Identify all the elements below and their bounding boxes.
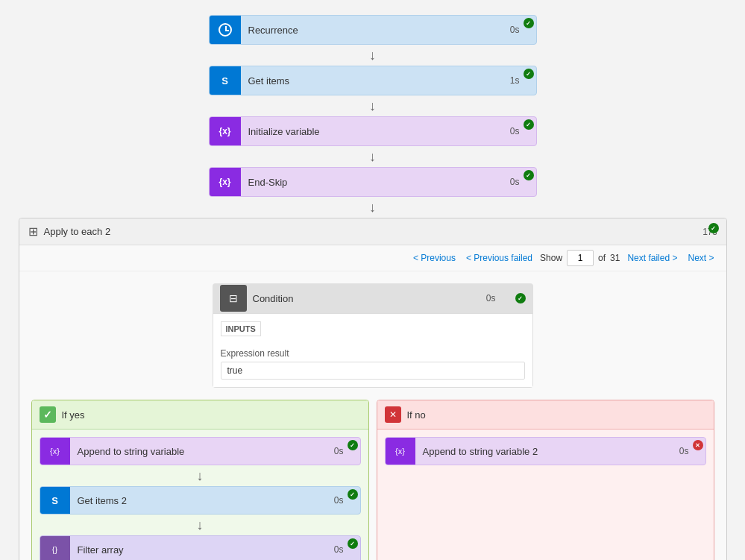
branch-yes: ✓ If yes {x} Append to string variable 0… — [31, 400, 369, 560]
append-icon: {x} — [50, 447, 60, 456]
recurrence-label: Recurrence — [241, 25, 510, 36]
condition-icon: ⊟ — [229, 292, 238, 304]
arrow-yes-2: ↓ — [197, 515, 204, 535]
of-label: of — [598, 253, 606, 263]
init-var-success — [524, 119, 534, 130]
condition-block[interactable]: ⊟ Condition 0s INPUTS Expression result … — [213, 283, 533, 388]
condition-success — [515, 293, 526, 303]
arrow-3: ↓ — [369, 146, 376, 167]
expr-value: true — [221, 362, 525, 380]
append-2-label: Append to string variable 2 — [415, 446, 679, 457]
init-var-icon-box: {x} — [210, 116, 241, 146]
recurrence-success — [524, 18, 534, 28]
previous-button[interactable]: < Previous — [410, 251, 459, 265]
end-skip-success — [524, 170, 534, 180]
arrow-1: ↓ — [369, 45, 376, 66]
step-init-var[interactable]: {x} Initialize variable 0s — [209, 116, 537, 146]
recurrence-icon-box — [210, 15, 241, 45]
sharepoint-icon-2: S — [51, 495, 58, 506]
sharepoint-icon: S — [221, 75, 228, 86]
if-yes-label: If yes — [62, 409, 85, 421]
no-icon: ✕ — [385, 406, 401, 423]
show-label: Show — [540, 253, 562, 263]
end-skip-icon-box: {x} — [210, 167, 241, 197]
branch-yes-header: ✓ If yes — [32, 400, 368, 430]
init-var-label: Initialize variable — [241, 126, 510, 137]
var-icon: {x} — [219, 126, 230, 136]
apply-label: Apply to each 2 — [44, 226, 111, 237]
step-append-str[interactable]: {x} Append to string variable 0s — [40, 437, 361, 465]
filter-icon: {} — [52, 545, 57, 554]
get-items-2-label: Get items 2 — [70, 495, 334, 506]
arrow-2: ↓ — [369, 95, 376, 116]
arrow-4: ↓ — [369, 197, 376, 218]
condition-body: INPUTS Expression result true — [213, 313, 533, 388]
apply-grid-icon: ⊞ — [28, 224, 38, 239]
next-button[interactable]: Next > — [685, 251, 717, 265]
get-items-2-icon-box: S — [40, 486, 70, 515]
get-items-2-success — [348, 489, 358, 500]
step-end-skip[interactable]: {x} End-Skip 0s — [209, 167, 537, 197]
get-items-icon-box: S — [210, 66, 241, 95]
branch-no: ✕ If no {x} Append to string variable 2 … — [377, 400, 714, 560]
iteration-input[interactable] — [567, 250, 594, 266]
branch-yes-content: {x} Append to string variable 0s ↓ S Get… — [32, 430, 368, 560]
end-skip-label: End-Skip — [241, 177, 510, 188]
step-get-items[interactable]: S Get items 1s — [209, 66, 537, 95]
condition-area: ⊟ Condition 0s INPUTS Expression result … — [19, 271, 726, 400]
flow-canvas: Recurrence 0s ↓ S Get items 1s ↓ {x} Ini… — [0, 0, 745, 560]
clock-icon — [219, 23, 232, 37]
append-2-icon-box: {x} — [386, 437, 415, 465]
get-items-label: Get items — [241, 75, 510, 86]
inputs-label: INPUTS — [221, 321, 261, 336]
apply-header-left: ⊞ Apply to each 2 — [28, 224, 111, 239]
filter-label: Filter array — [70, 544, 334, 556]
append-success — [348, 440, 358, 450]
condition-duration: 0s — [486, 293, 496, 303]
arrow-yes-1: ↓ — [197, 465, 204, 486]
yes-icon: ✓ — [40, 406, 56, 423]
get-items-success — [524, 69, 534, 79]
if-no-label: If no — [407, 409, 426, 421]
filter-icon-box: {} — [40, 535, 70, 560]
apply-header: ⊞ Apply to each 2 17s — [19, 218, 726, 245]
append-label: Append to string variable — [70, 446, 334, 457]
condition-icon-box: ⊟ — [220, 285, 247, 312]
condition-label: Condition — [253, 293, 480, 304]
total-iterations: 31 — [610, 253, 620, 263]
previous-failed-button[interactable]: < Previous failed — [463, 251, 535, 265]
append-2-icon: {x} — [395, 447, 405, 456]
branch-no-content: {x} Append to string variable 2 0s — [377, 430, 714, 473]
append-icon-box: {x} — [40, 437, 70, 465]
branch-no-header: ✕ If no — [377, 400, 714, 430]
branches-row: ✓ If yes {x} Append to string variable 0… — [19, 400, 726, 560]
step-append-str-2[interactable]: {x} Append to string variable 2 0s — [385, 437, 706, 465]
condition-header: ⊟ Condition 0s — [213, 283, 533, 313]
step-recurrence[interactable]: Recurrence 0s — [209, 15, 537, 45]
apply-to-each-container: ⊞ Apply to each 2 17s < Previous < Previ… — [19, 218, 727, 560]
end-skip-icon: {x} — [219, 177, 230, 187]
apply-success-badge — [708, 223, 719, 233]
iteration-controls: < Previous < Previous failed Show of 31 … — [19, 245, 726, 271]
append-2-error — [693, 440, 703, 450]
next-failed-button[interactable]: Next failed > — [624, 251, 680, 265]
step-get-items-2[interactable]: S Get items 2 0s — [40, 486, 361, 515]
expr-label: Expression result — [221, 348, 525, 359]
step-filter-array[interactable]: {} Filter array 0s — [40, 535, 361, 560]
filter-success — [348, 538, 358, 549]
